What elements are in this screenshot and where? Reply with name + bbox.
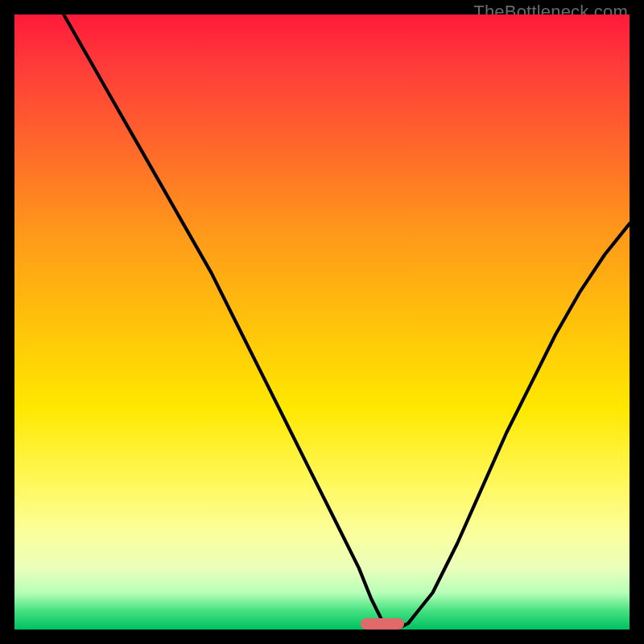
bottleneck-curve [14,14,630,630]
optimum-marker [361,618,404,630]
chart-frame: TheBottleneck.com [0,0,644,644]
plot-area [14,14,630,630]
curve-path [64,14,630,630]
